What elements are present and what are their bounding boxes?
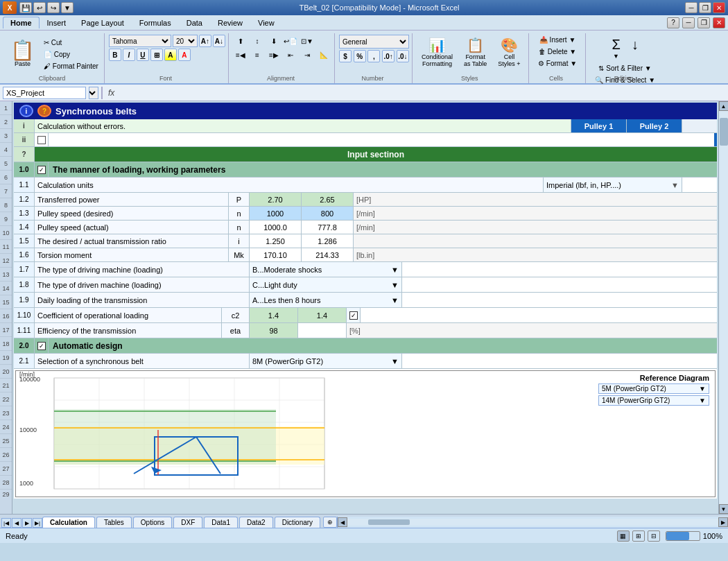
border-btn[interactable]: ⊞ <box>150 49 163 61</box>
tab-insert[interactable]: Insert <box>40 17 74 28</box>
row-1-2-v1[interactable]: 2.70 <box>250 193 302 206</box>
row-1-8-dropdown[interactable]: C...Light duty ▼ <box>250 277 402 292</box>
row-1-10-v1[interactable]: 1.4 <box>250 308 298 322</box>
save-quick-btn[interactable]: 💾 <box>19 2 32 13</box>
page-break-view-btn[interactable]: ⊟ <box>648 530 660 542</box>
horiz-thumb[interactable] <box>368 519 410 525</box>
add-sheet-btn[interactable]: ⊕ <box>323 517 337 528</box>
section1-checkbox[interactable]: ✓ <box>35 162 49 177</box>
minimize-btn[interactable]: ─ <box>685 2 697 13</box>
ribbon-minimize-btn[interactable]: ─ <box>682 17 695 28</box>
fill-btn[interactable]: ↓ <box>627 35 643 62</box>
horiz-track[interactable] <box>347 519 718 526</box>
copy-btn[interactable]: 📄 Copy <box>41 49 101 60</box>
sort-filter-btn[interactable]: ⇅ Sort & Filter ▼ <box>596 63 654 74</box>
font-name-select[interactable]: Tahoma <box>109 35 171 47</box>
delete-cells-btn[interactable]: 🗑 Delete ▼ <box>536 46 579 57</box>
name-box-dropdown[interactable]: ▼ <box>89 87 98 99</box>
row-1-10-checkbox[interactable]: ✓ <box>347 308 361 322</box>
name-box[interactable] <box>3 87 86 99</box>
zoom-slider[interactable] <box>666 531 700 541</box>
increase-indent-btn[interactable]: ⇥ <box>300 49 315 61</box>
align-middle-btn[interactable]: ↕ <box>250 35 265 47</box>
scroll-thumb[interactable] <box>720 118 728 146</box>
row-2-1-dropdown[interactable]: 8M (PowerGrip GT2) ▼ <box>250 354 402 368</box>
tab-page-layout[interactable]: Page Layout <box>73 17 132 28</box>
tab-dictionary[interactable]: Dictionary <box>275 517 320 528</box>
row-1-9-dropdown[interactable]: A...Les then 8 hours ▼ <box>250 293 402 307</box>
section2-checkbox[interactable]: ✓ <box>35 338 49 353</box>
tab-nav-last[interactable]: ▶| <box>33 518 42 528</box>
bold-btn[interactable]: B <box>109 49 121 61</box>
scroll-right-btn[interactable]: ▶ <box>718 517 728 527</box>
scroll-track[interactable] <box>719 111 728 504</box>
row-1-2-v2[interactable]: 2.65 <box>302 193 354 206</box>
row-1-1-dropdown-arrow[interactable]: ▼ <box>671 181 679 189</box>
tab-formulas[interactable]: Formulas <box>132 17 179 28</box>
align-top-btn[interactable]: ⬆ <box>233 35 248 47</box>
format-painter-btn[interactable]: 🖌 Format Painter <box>41 61 101 71</box>
scroll-left-btn[interactable]: ◀ <box>338 517 347 527</box>
tab-view[interactable]: View <box>250 17 282 28</box>
tab-home[interactable]: Home <box>3 17 40 28</box>
tab-nav-first[interactable]: |◀ <box>1 518 11 528</box>
scroll-down-btn[interactable]: ▼ <box>719 504 729 514</box>
decrease-font-btn[interactable]: A↓ <box>213 35 225 47</box>
tab-review[interactable]: Review <box>210 17 250 28</box>
tab-data[interactable]: Data <box>179 17 210 28</box>
row-1-11-v1[interactable]: 98 <box>250 323 298 338</box>
conditional-formatting-btn[interactable]: 📊 Conditional Formatting <box>417 35 458 69</box>
wrap-text-btn[interactable]: ↩📄 <box>283 35 298 47</box>
ribbon-close-btn[interactable]: ✕ <box>713 17 725 28</box>
decrease-indent-btn[interactable]: ⇤ <box>283 49 298 61</box>
tab-options[interactable]: Options <box>133 517 172 528</box>
row-1-3-v1[interactable]: 1000 <box>250 207 302 220</box>
row-ii-checkbox[interactable] <box>35 133 49 146</box>
orientation-btn[interactable]: 📐 <box>316 49 331 61</box>
percent-btn[interactable]: % <box>354 50 366 62</box>
increase-decimal-btn[interactable]: .0↑ <box>382 50 395 62</box>
tab-data1[interactable]: Data1 <box>204 517 238 528</box>
normal-view-btn[interactable]: ▦ <box>617 530 630 542</box>
row-1-3-v2[interactable]: 800 <box>302 207 354 220</box>
format-as-table-btn[interactable]: 📋 Format as Table <box>459 35 492 69</box>
scroll-up-btn[interactable]: ▲ <box>719 101 729 111</box>
row-1-7-dropdown[interactable]: B...Moderate shocks ▼ <box>250 262 402 277</box>
page-layout-view-btn[interactable]: ⊞ <box>632 530 645 542</box>
font-color-btn[interactable]: A <box>178 49 191 61</box>
format-cells-btn[interactable]: ⚙ Format ▼ <box>535 58 580 69</box>
tab-dxf[interactable]: DXF <box>173 517 202 528</box>
align-bottom-btn[interactable]: ⬇ <box>266 35 281 47</box>
paste-btn[interactable]: 📋 Paste <box>6 39 40 69</box>
redo-quick-btn[interactable]: ↪ <box>47 2 60 13</box>
restore-btn[interactable]: ❐ <box>699 2 711 13</box>
cell-styles-btn[interactable]: 🎨 Cell Styles + <box>493 35 525 69</box>
fill-color-btn[interactable]: A <box>164 49 177 61</box>
section1-check[interactable]: ✓ <box>37 166 46 174</box>
font-size-select[interactable]: 20 <box>173 35 198 47</box>
row-ii-check[interactable] <box>37 136 46 144</box>
ribbon-help-btn[interactable]: ? <box>667 17 679 28</box>
close-btn[interactable]: ✕ <box>713 2 725 13</box>
row-1-10-v2[interactable]: 1.4 <box>298 308 347 322</box>
merge-btn[interactable]: ⊡▼ <box>300 35 315 47</box>
comma-btn[interactable]: , <box>367 50 380 62</box>
sum-btn[interactable]: Σ ▼ <box>607 35 625 62</box>
cut-btn[interactable]: ✂ Cut <box>41 37 101 48</box>
align-right-btn[interactable]: ≡▶ <box>266 49 281 61</box>
tab-calculation[interactable]: Calculation <box>42 517 95 528</box>
currency-btn[interactable]: $ <box>339 50 352 62</box>
number-format-select[interactable]: General <box>339 35 409 49</box>
undo-quick-btn[interactable]: ↩ <box>33 2 46 13</box>
align-left-btn[interactable]: ≡◀ <box>233 49 248 61</box>
chart-dropdown2[interactable]: 14M (PowerGrip GT2) ▼ <box>598 395 709 406</box>
ribbon-restore-btn[interactable]: ❐ <box>697 17 710 28</box>
section2-check[interactable]: ✓ <box>37 342 46 350</box>
tab-tables[interactable]: Tables <box>96 517 132 528</box>
align-center-btn[interactable]: ≡ <box>250 49 265 61</box>
row-1-1-value[interactable]: Imperial (lbf, in, HP....) ▼ <box>544 178 682 192</box>
underline-btn[interactable]: U <box>137 49 149 61</box>
italic-btn[interactable]: I <box>123 49 135 61</box>
decrease-decimal-btn[interactable]: .0↓ <box>397 50 409 62</box>
increase-font-btn[interactable]: A↑ <box>199 35 211 47</box>
